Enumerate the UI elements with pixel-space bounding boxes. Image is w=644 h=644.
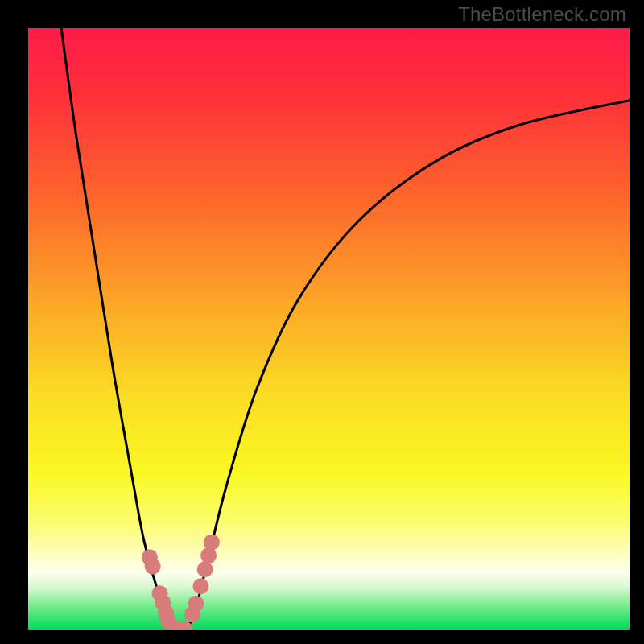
- data-marker: [204, 535, 220, 551]
- curve-layer: [28, 28, 630, 630]
- data-marker: [192, 578, 208, 594]
- data-marker: [197, 561, 213, 577]
- data-marker: [145, 559, 161, 575]
- series-left-branch: [61, 28, 171, 630]
- plot-area: [28, 28, 630, 630]
- data-marker: [188, 596, 204, 612]
- chart-frame: TheBottleneck.com: [0, 0, 644, 644]
- watermark-text: TheBottleneck.com: [458, 3, 626, 26]
- series-right-branch: [188, 101, 630, 630]
